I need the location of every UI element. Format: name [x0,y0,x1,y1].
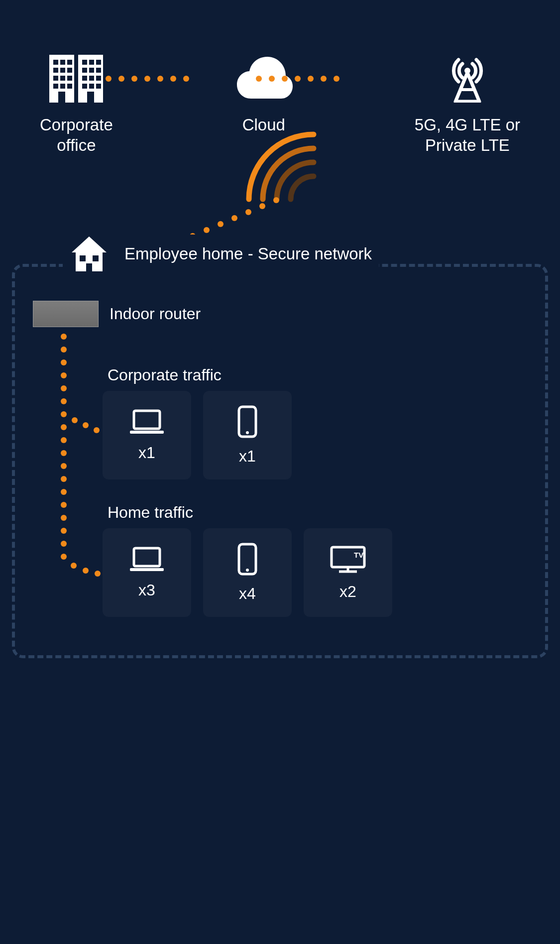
svg-point-41 [308,76,314,82]
home-traffic-title: Home traffic [108,503,193,522]
device-count: x2 [339,583,356,601]
house-icon [70,235,109,273]
svg-point-33 [144,76,150,82]
svg-point-57 [61,359,67,365]
svg-rect-3 [60,60,65,65]
svg-point-40 [295,76,301,82]
svg-rect-52 [80,255,86,261]
svg-rect-13 [67,84,72,89]
svg-rect-54 [86,263,92,271]
svg-point-86 [246,569,249,572]
router-icon [33,301,99,327]
svg-rect-5 [53,68,58,73]
svg-rect-9 [60,76,65,81]
svg-point-35 [170,76,176,82]
svg-point-34 [157,76,163,82]
svg-point-37 [256,76,262,82]
svg-point-64 [61,450,67,456]
svg-point-48 [218,221,224,227]
node-cloud: Cloud [234,55,294,135]
corporate-traffic-title: Corporate traffic [108,366,222,384]
device-count: x3 [138,581,155,599]
svg-rect-79 [134,411,160,429]
device-count: x4 [239,585,256,603]
device-count: x1 [239,447,256,466]
svg-rect-22 [89,76,94,81]
svg-rect-2 [53,60,58,65]
device-card-laptop-corporate: x1 [103,391,191,479]
svg-point-63 [61,437,67,443]
svg-rect-21 [82,76,87,81]
svg-point-70 [61,528,67,534]
svg-point-31 [118,76,124,82]
svg-text:TV: TV [354,551,363,559]
svg-point-61 [61,411,67,417]
svg-rect-11 [53,84,58,89]
svg-rect-10 [67,76,72,81]
svg-point-62 [61,424,67,430]
corporate-office-label: Corporate office [40,115,113,156]
svg-rect-14 [58,92,65,103]
svg-point-68 [61,502,67,508]
svg-rect-15 [82,60,87,65]
svg-rect-19 [89,68,94,73]
svg-rect-8 [53,76,58,81]
svg-point-71 [61,541,67,547]
device-count: x1 [138,444,155,462]
home-network-label: Employee home - Secure network [124,244,372,263]
device-card-laptop-home: x3 [103,528,191,617]
svg-point-56 [61,347,67,353]
svg-point-59 [61,385,67,391]
svg-point-36 [183,76,189,82]
svg-point-66 [61,476,67,482]
svg-rect-6 [60,68,65,73]
svg-point-77 [83,568,89,574]
svg-rect-20 [96,68,101,73]
tv-icon: TV [329,545,367,574]
svg-point-49 [204,227,210,233]
dotted-office-cloud [105,75,190,83]
svg-rect-27 [87,92,94,103]
indoor-router-row: Indoor router [33,301,201,327]
svg-point-60 [61,398,67,404]
svg-point-45 [259,203,265,209]
svg-point-75 [94,427,100,433]
svg-rect-23 [96,76,101,81]
svg-point-82 [246,431,249,434]
svg-point-78 [95,571,101,577]
svg-rect-24 [82,84,87,89]
cell-tower-icon [444,55,491,103]
phone-icon [237,543,258,576]
svg-rect-25 [89,84,94,89]
svg-point-74 [83,422,89,428]
svg-rect-16 [89,60,94,65]
svg-point-39 [282,76,288,82]
office-buildings-icon [49,55,103,103]
svg-point-44 [273,197,279,203]
laptop-icon [129,409,165,435]
svg-rect-26 [96,84,101,89]
svg-point-46 [245,209,251,215]
svg-point-55 [61,334,67,340]
svg-rect-4 [67,60,72,65]
home-network-header: Employee home - Secure network [63,235,379,273]
phone-icon [237,405,258,438]
svg-point-76 [71,563,77,569]
network-diagram: Corporate office Cloud 5G, 4G LTE or Pri [0,0,560,944]
corporate-traffic-cards: x1 x1 [103,391,292,479]
svg-point-30 [106,76,112,82]
svg-rect-84 [130,568,164,571]
svg-point-58 [61,372,67,378]
svg-rect-53 [93,255,99,261]
svg-point-72 [61,554,67,560]
svg-point-42 [321,76,327,82]
laptop-icon [129,546,165,572]
dotted-cloud-tower [255,75,340,83]
svg-rect-80 [130,431,164,434]
dotted-router-trunk [53,332,108,586]
svg-rect-7 [67,68,72,73]
router-label: Indoor router [110,305,201,323]
svg-point-73 [72,417,78,423]
node-cell-tower: 5G, 4G LTE or Private LTE [415,55,520,156]
svg-point-69 [61,515,67,521]
